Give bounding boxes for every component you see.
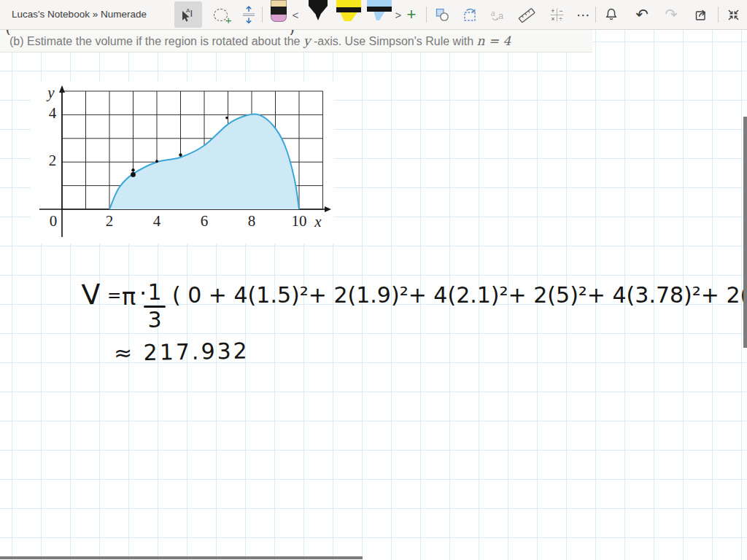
lasso-icon: + bbox=[214, 9, 228, 21]
breadcrumb[interactable]: Lucas's Notebook » Numerade bbox=[12, 0, 147, 29]
yellow-highlighter-tool[interactable] bbox=[336, 0, 361, 21]
undo-button[interactable]: ↶ bbox=[629, 1, 655, 28]
handwritten-V: V bbox=[81, 278, 101, 311]
share-icon bbox=[694, 7, 710, 23]
figure-label: x bbox=[311, 214, 325, 230]
black-pen-tool[interactable] bbox=[309, 0, 328, 20]
handwritten-fraction: 1 3 bbox=[144, 281, 166, 331]
figure-label: 0 bbox=[46, 214, 61, 229]
svg-text:I: I bbox=[190, 8, 193, 19]
handwritten-expression: ( 0 + 4(1.5)²+ 2(1.9)²+ 4(2.1)²+ 2(5)²+ … bbox=[172, 282, 747, 308]
figure-label: 4 bbox=[44, 106, 61, 121]
insert-space-icon bbox=[241, 5, 257, 24]
toolbar-divider bbox=[595, 7, 596, 23]
plus-icon: + bbox=[407, 5, 417, 24]
pencil-icon bbox=[271, 0, 287, 7]
figure-label: y bbox=[44, 85, 58, 101]
figure-label: 4 bbox=[146, 214, 168, 229]
ink-to-text-icon: a a bbox=[489, 7, 506, 23]
math-icon: + − × ÷ bbox=[549, 7, 565, 23]
collapse-view-button[interactable] bbox=[721, 1, 746, 28]
svg-text:×: × bbox=[551, 15, 554, 23]
figure-label: 6 bbox=[193, 214, 215, 229]
undo-icon: ↶ bbox=[635, 6, 649, 23]
handwritten-pi: π bbox=[122, 283, 136, 311]
share-button[interactable] bbox=[689, 1, 715, 28]
yellow-highlighter-icon bbox=[336, 0, 361, 7]
pen-scroll-left-button[interactable]: < bbox=[290, 1, 301, 28]
handwritten-result: ≈ 217.932 bbox=[114, 338, 249, 365]
problem-text: -axis. Use Simpson's Rule with bbox=[311, 35, 477, 47]
blue-highlighter-tool[interactable] bbox=[367, 0, 392, 20]
svg-text:÷: ÷ bbox=[559, 15, 562, 23]
shapes-button[interactable] bbox=[430, 1, 454, 28]
blue-highlighter-icon bbox=[367, 0, 392, 7]
ruler-button[interactable] bbox=[514, 1, 540, 28]
shapes-icon bbox=[435, 7, 449, 22]
select-type-tool-button[interactable]: A I bbox=[174, 1, 202, 28]
black-pen-icon bbox=[309, 0, 328, 6]
notebook-canvas[interactable]: (b) Estimate the volume if the region is… bbox=[0, 30, 747, 560]
plus-badge: + bbox=[225, 14, 232, 26]
ruler-icon bbox=[518, 6, 535, 23]
horizontal-scrollbar-thumb[interactable] bbox=[0, 556, 363, 559]
toolbar-divider bbox=[426, 7, 427, 23]
math-var-n: n = 4 bbox=[477, 34, 511, 48]
math-var-y: y bbox=[303, 34, 311, 48]
chevron-left-icon: < bbox=[293, 9, 299, 21]
figure-label: 10 bbox=[288, 214, 310, 229]
bell-icon bbox=[603, 7, 619, 23]
fraction-denominator: 3 bbox=[144, 309, 166, 331]
textbook-figure[interactable]: 024681024xy bbox=[31, 82, 334, 244]
more-options-button[interactable]: ⋯ bbox=[573, 1, 595, 28]
svg-text:+: + bbox=[551, 7, 554, 15]
toolbar-divider bbox=[262, 7, 263, 23]
figure-label: 2 bbox=[44, 153, 61, 168]
math-button[interactable]: + − × ÷ bbox=[543, 1, 570, 28]
handwritten-equals: = bbox=[107, 286, 121, 305]
insert-space-button[interactable] bbox=[236, 1, 261, 28]
ink-to-shape-button[interactable] bbox=[457, 1, 482, 28]
top-toolbar: Lucas's Notebook » Numerade A I + < bbox=[0, 0, 747, 30]
ink-to-shape-icon bbox=[462, 7, 478, 23]
add-pen-button[interactable]: + bbox=[403, 1, 420, 28]
svg-text:a: a bbox=[498, 10, 504, 21]
clipped-previous-line-fragment: ) bbox=[289, 30, 299, 35]
lasso-select-button[interactable]: + bbox=[206, 1, 234, 28]
collapse-icon bbox=[726, 7, 741, 23]
redo-button[interactable]: ↷ bbox=[658, 1, 684, 28]
svg-text:a: a bbox=[491, 9, 495, 18]
problem-text: (b) Estimate the volume if the region is… bbox=[9, 35, 303, 47]
clipped-previous-line-fragment: ( bbox=[6, 30, 16, 35]
figure-label: 8 bbox=[241, 214, 263, 229]
fraction-numerator: 1 bbox=[144, 281, 166, 303]
redo-icon: ↷ bbox=[665, 6, 678, 23]
vertical-scrollbar-thumb[interactable] bbox=[743, 117, 747, 348]
pencil-tool[interactable] bbox=[271, 0, 287, 22]
notifications-button[interactable] bbox=[599, 1, 624, 28]
ink-to-text-button[interactable]: a a bbox=[485, 1, 510, 28]
figure-label: 2 bbox=[98, 214, 120, 229]
chevron-right-icon: > bbox=[395, 9, 402, 21]
toolbar-divider bbox=[718, 7, 719, 23]
ellipsis-icon: ⋯ bbox=[576, 7, 591, 23]
svg-text:−: − bbox=[559, 7, 562, 15]
select-type-icon: A I bbox=[179, 6, 197, 23]
